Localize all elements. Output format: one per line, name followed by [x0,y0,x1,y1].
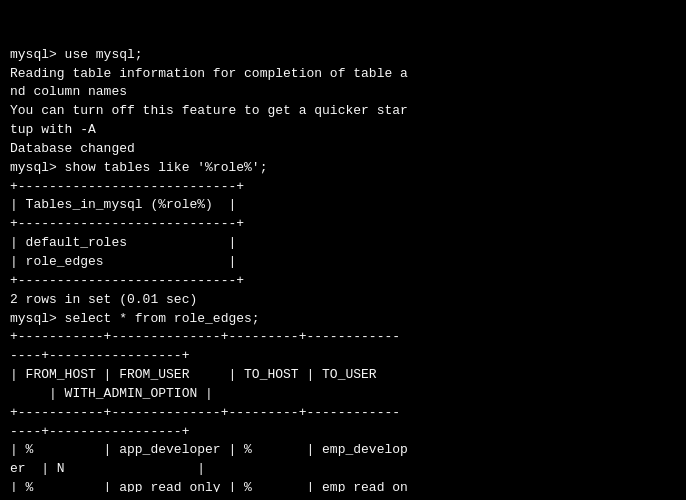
terminal-line: | role_edges | [10,253,676,272]
terminal-line: +----------------------------+ [10,272,676,291]
terminal-line: 2 rows in set (0.01 sec) [10,291,676,310]
terminal-line: +----------------------------+ [10,178,676,197]
terminal-line: | FROM_HOST | FROM_USER | TO_HOST | TO_U… [10,366,676,385]
terminal-line: mysql> use mysql; [10,46,676,65]
terminal-line: | WITH_ADMIN_OPTION | [10,385,676,404]
terminal-line: Database changed [10,140,676,159]
terminal-line: ----+-----------------+ [10,347,676,366]
terminal-line: | % | app_developer | % | emp_develop [10,441,676,460]
terminal-line: Reading table information for completion… [10,65,676,84]
terminal-window: mysql> use mysql;Reading table informati… [10,8,676,492]
terminal-line: mysql> select * from role_edges; [10,310,676,329]
terminal-line: mysql> show tables like '%role%'; [10,159,676,178]
terminal-line: ----+-----------------+ [10,423,676,442]
terminal-output: mysql> use mysql;Reading table informati… [10,46,676,492]
terminal-line: tup with -A [10,121,676,140]
terminal-line: | default_roles | [10,234,676,253]
terminal-line: | % | app_read_only | % | emp_read_on [10,479,676,492]
terminal-line: | Tables_in_mysql (%role%) | [10,196,676,215]
terminal-line: +-----------+--------------+---------+--… [10,404,676,423]
terminal-line: +----------------------------+ [10,215,676,234]
terminal-line: +-----------+--------------+---------+--… [10,328,676,347]
terminal-line: er | N | [10,460,676,479]
terminal-line: You can turn off this feature to get a q… [10,102,676,121]
terminal-line: nd column names [10,83,676,102]
